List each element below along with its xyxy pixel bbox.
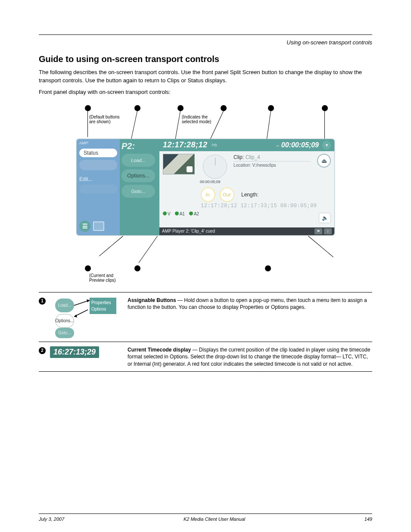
info-icon[interactable]: i (324, 228, 332, 234)
note-mode: (Indicates the selected mode) (182, 115, 211, 124)
edit-button[interactable]: Edit... (79, 176, 117, 182)
breadcrumb: Using on-screen transport controls (39, 39, 372, 46)
note-preview: (Current and Preview clips) (89, 273, 116, 283)
load-button[interactable]: Load... (121, 154, 155, 167)
speaker-button[interactable]: 🔈 (319, 213, 331, 223)
section-intro: The following describes the on-screen tr… (39, 68, 372, 85)
callout-dot-7 (85, 265, 91, 271)
callout-dot-8 (134, 265, 140, 271)
goto-button[interactable]: Goto... (121, 185, 155, 198)
callout-dot-3 (177, 105, 184, 111)
player-panel: AMP: Status Edit... ☰ P2: Load... Option… (76, 139, 335, 236)
svg-marker-3 (74, 314, 77, 317)
clip-label: Clip: (234, 154, 244, 160)
eject-button[interactable]: ⏏ (317, 154, 331, 168)
audio2-track: A2 (194, 212, 199, 216)
audio1-track: A1 (180, 212, 185, 216)
location-value: V:/newsclips (252, 163, 276, 168)
legend-row-2: 2 16:27:13;29 Current Timecode display —… (39, 345, 372, 370)
knob-timecode: 00:00:05;09 (200, 180, 230, 184)
countdown: ↔00:00:05;09 (275, 141, 319, 149)
callout-dot-2 (134, 105, 140, 111)
timecode-bar: 12:17:28;12 PB ↔00:00:05;09 ▾ (159, 139, 334, 151)
footer-page: 149 (364, 516, 372, 522)
callout-dot-1 (85, 105, 91, 111)
mark-in-button[interactable]: In: (201, 187, 215, 202)
window-button[interactable] (93, 221, 104, 231)
legend1-title: Assignable Buttons (128, 297, 176, 303)
status-text: AMP Player 2: 'Clip_4' cued (162, 229, 215, 233)
timecode-mode: PB (212, 143, 217, 147)
note-defaults: (Default buttons are shown) (89, 115, 120, 124)
channel-label: P2: (121, 141, 158, 151)
leg-timecode-badge: 16:27:13;29 (50, 346, 99, 358)
footer-manual: K2 Media Client User Manual (184, 516, 245, 522)
callout-dot-6 (322, 105, 328, 111)
legend-number-2: 2 (39, 347, 46, 354)
length-label: Length: (241, 192, 258, 198)
mode-sidebar: AMP: Status Edit... ☰ (77, 139, 120, 235)
legend-row-1: 1 Load... Options... Goto... Properties … (39, 295, 372, 340)
callout-dot-4 (221, 105, 227, 111)
figure-wrapper: (Default buttons are shown) (Indicates t… (76, 101, 335, 286)
callout-dot-9 (265, 265, 271, 271)
clip-thumbnail[interactable] (163, 154, 195, 174)
in-out-length-values: 12:17:28;12 12:17:33;15 00:00:05;09 (159, 202, 334, 209)
status-bar: AMP Player 2: 'Clip_4' cued ⚑ i (159, 227, 334, 235)
statusbar-icon-1[interactable]: ⚑ (314, 228, 322, 234)
legend-number-1: 1 (39, 298, 46, 305)
ghost-pill-2[interactable] (79, 185, 117, 193)
status-pill[interactable]: Status (79, 149, 117, 157)
callout-dot-5 (268, 105, 274, 111)
section-title: Guide to using on-screen transport contr… (39, 54, 372, 64)
amp-label: AMP: (79, 141, 117, 145)
footer-date: July 3, 2007 (39, 516, 64, 522)
assignable-column: P2: Load... Options... Goto... (120, 139, 159, 235)
section-sub: Front panel display with on-screen trans… (39, 88, 372, 96)
transport-area: 12:17:28;12 PB ↔00:00:05;09 ▾ 00:00:05;0… (159, 139, 334, 235)
track-indicators: V A1 A2 (159, 209, 334, 216)
page-footer: July 3, 2007 K2 Media Client User Manual… (39, 513, 372, 522)
mark-out-button[interactable]: Out: (220, 187, 234, 202)
ghost-pill-1[interactable] (79, 160, 117, 170)
jog-knob[interactable] (203, 155, 227, 179)
legend2-title: Current Timecode display (128, 347, 191, 353)
clip-name: Clip_4 (246, 154, 260, 160)
options-button[interactable]: Options... (121, 169, 155, 182)
dropdown-icon[interactable]: ▾ (322, 141, 331, 149)
svg-marker-1 (87, 299, 90, 302)
legend-diagram-2: 16:27:13;29 (50, 346, 123, 364)
legend-diagram-1: Load... Options... Goto... Properties Op… (50, 297, 123, 338)
location-label: Location: (234, 163, 251, 168)
split-screen-button[interactable]: ☰ (79, 221, 90, 232)
timecode-main[interactable]: 12:17:28;12 (163, 140, 208, 149)
video-track: V (168, 212, 171, 216)
